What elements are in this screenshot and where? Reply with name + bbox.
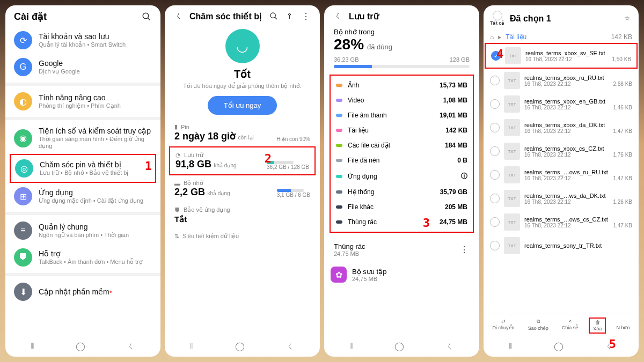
home-icon[interactable]: ◯ [235,341,245,352]
svg-line-3 [275,17,277,19]
file-row[interactable]: TXTrealms_terms_…ows_ru_RU.txt16 Th8, 20… [485,163,638,187]
file-checkbox[interactable] [490,170,500,180]
file-checkbox[interactable] [490,76,500,85]
color-dot [336,205,342,209]
settings-item[interactable]: ⛊Hỗ trợTalkBack • Âm thanh đơn • Menu hỗ… [10,244,156,271]
txt-file-icon: TXT [504,237,520,254]
category-row[interactable]: Hệ thống35,79 GB [334,184,470,200]
category-row[interactable]: Ứng dụngⓘ [334,168,470,184]
category-row[interactable]: Video1,08 MB [334,93,470,108]
file-row[interactable]: TXTrealms_terms_xbox_ru_RU.txt16 Th8, 20… [485,69,638,92]
back-icon[interactable]: ㄑ [333,11,343,21]
file-row[interactable]: TXTrealms_terms_xbox_da_DK.txt16 Th8, 20… [485,116,638,139]
recents-icon[interactable]: ⦀ [190,341,194,352]
storage-section[interactable]: ◔Lưu trữ 91,8 GB khả dụng 36,2 GB / 128 … [169,146,316,175]
back-icon[interactable]: ㄑ [286,341,295,352]
storage-bar [334,65,470,68]
category-row[interactable]: Tài liệu142 KB [334,123,470,138]
battery-section[interactable]: ▮Pin 2 ngày 18 giờ còn lại Hiện còn 90% [169,119,316,146]
gallery-icon: ✿ [331,267,347,283]
signal-icon[interactable]: ⫯ [284,11,295,21]
page-title: Lưu trữ [349,11,471,21]
back-icon[interactable]: ㄑ [445,341,454,352]
collection-item[interactable]: ✿ Bộ sưu tập 24,75 MB [328,262,475,287]
back-icon[interactable]: ㄑ [173,11,184,21]
header: ㄑ Lưu trữ [324,5,479,26]
action-bar: 5 ⇄Di chuyển⧉Sao chép<Chia sẻ🗑Xóa⋯N.hơn [484,314,639,337]
file-row[interactable]: TXTrealms_terms_…ws_da_DK.txt16 Th8, 202… [485,187,638,210]
action-di chuyển[interactable]: ⇄Di chuyển [489,317,518,334]
optimize-button[interactable]: Tối ưu ngay [208,96,277,115]
category-row[interactable]: Thùng rác24,75 MB [334,215,470,230]
home-icon[interactable]: ◯ [554,341,564,352]
home-icon[interactable]: ◯ [76,341,85,352]
file-checkbox[interactable] [490,241,500,250]
settings-item[interactable]: ◎Chăm sóc pin và thiết bịLưu trữ • Bộ nh… [10,154,156,183]
file-checkbox[interactable] [490,194,500,203]
txt-file-icon: TXT [504,190,520,207]
category-row[interactable]: File âm thanh19,01 MB [334,108,470,123]
home-icon[interactable]: ◯ [394,341,404,352]
recents-icon[interactable]: ⦀ [31,341,34,352]
more-icon[interactable]: ⋮ [459,245,470,255]
txt-file-icon: TXT [504,95,520,113]
settings-item[interactable]: ≡Quản lý chungNgôn ngữ và bàn phím • Thờ… [10,217,156,244]
action-chia sẻ[interactable]: <Chia sẻ [559,317,582,334]
trash-title[interactable]: Thùng rác [334,242,365,250]
back-icon[interactable]: ㄑ [127,341,135,352]
phone-settings: Cài đặt ⟳Tài khoản và sao lưuQuản lý tài… [5,5,160,357]
search-icon[interactable] [268,11,279,21]
file-checkbox[interactable] [490,123,500,132]
select-all-checkbox[interactable] [493,11,502,20]
home-crumb-icon[interactable]: ⌂ [490,33,494,41]
file-checkbox[interactable] [490,99,500,109]
file-row[interactable]: TXTrealms_terms_…ows_cs_CZ.txt16 Th8, 20… [485,210,638,234]
file-row[interactable]: TXTrealms_terms_sony_tr_TR.txt [485,234,638,257]
annotation-2: 2 [265,152,272,165]
phone-storage: ㄑ Lưu trữ Bộ nhớ trong 28%đã dùng 36,23 … [324,5,479,357]
phone-device-care: ㄑ Chăm sóc thiết bị ⫯ ⋮ ◡ Tốt Tối ưu hóa… [165,5,320,357]
settings-item[interactable]: ◉Tiện ích số và kiểm soát truy cậpThời g… [10,122,156,154]
item-icon: ⛊ [14,248,32,267]
action-icon: < [569,319,572,324]
storage-icon: ◔ [175,152,181,159]
color-dot [336,175,342,178]
settings-item[interactable]: ⬇Cập nhật phần mềm• [10,278,156,305]
more-icon[interactable]: ⋮ [301,11,311,21]
item-icon: ◉ [14,129,32,147]
file-row[interactable]: TXTrealms_terms_xbox_cs_CZ.txt16 Th8, 20… [485,139,638,163]
recents-icon[interactable]: ⦀ [509,341,513,352]
file-row[interactable]: TXTrealms_terms_xbox_en_GB.txt16 Th8, 20… [485,92,638,116]
settings-item[interactable]: ◐Tính năng nâng caoPhòng thí nghiệm • Ph… [10,88,156,115]
action-sao chép[interactable]: ⧉Sao chép [525,317,552,334]
category-row[interactable]: Các file cài đặt184 MB [334,138,470,153]
recents-icon[interactable]: ⦀ [349,341,353,352]
crumb-link[interactable]: Tài liệu [506,33,526,41]
category-row[interactable]: Ảnh15,73 MB [334,78,470,93]
star-icon[interactable]: ☆ [621,13,632,24]
settings-item[interactable]: ⊞Ứng dụngỨng dụng mặc định • Cài đặt ứng… [10,183,156,210]
data-saver-section[interactable]: ⇅Siêu tiết kiệm dữ liệu [169,228,316,244]
file-checkbox[interactable] [490,146,500,156]
color-dot [336,220,342,224]
file-checkbox[interactable] [490,217,500,227]
header: Tất cả Đã chọn 1 ☆ [484,5,639,31]
breadcrumb: ⌂ ▸ Tài liệu 142 KB [484,31,639,43]
annotation-1: 1 [145,159,152,173]
smiley-icon: ◡ [225,29,260,63]
category-row[interactable]: File khác205 MB [334,200,470,215]
settings-item[interactable]: ⟳Tài khoản và sao lưuQuản lý tài khoản •… [10,27,156,54]
settings-item[interactable]: GGoogleDịch vụ Google [10,54,156,80]
color-dot [336,144,342,147]
annotation-4: 4 [496,47,503,61]
action-n.hơn[interactable]: ⋯N.hơn [613,317,633,334]
action-xóa[interactable]: 🗑Xóa [589,317,606,334]
file-row[interactable]: ✓TXTrealms_terms_xbox_sv_SE.txt16 Th8, 2… [485,43,638,69]
memory-section[interactable]: ▬Bộ nhớ 2,2 GB khả dụng 3,1 GB / 6 GB [169,175,316,202]
category-row[interactable]: File đã nén0 B [334,153,470,168]
color-dot [336,84,342,87]
protect-section[interactable]: ⛊Bảo vệ ứng dụng Tắt [169,202,316,228]
item-icon: ◐ [14,92,32,110]
selection-title: Đã chọn 1 [510,13,616,24]
search-icon[interactable] [141,11,152,22]
